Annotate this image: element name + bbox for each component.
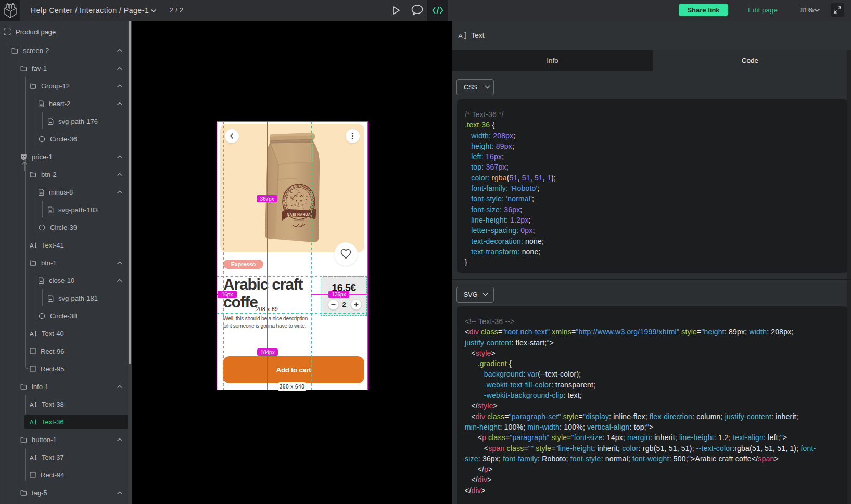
svg-text:A: A xyxy=(458,32,463,40)
